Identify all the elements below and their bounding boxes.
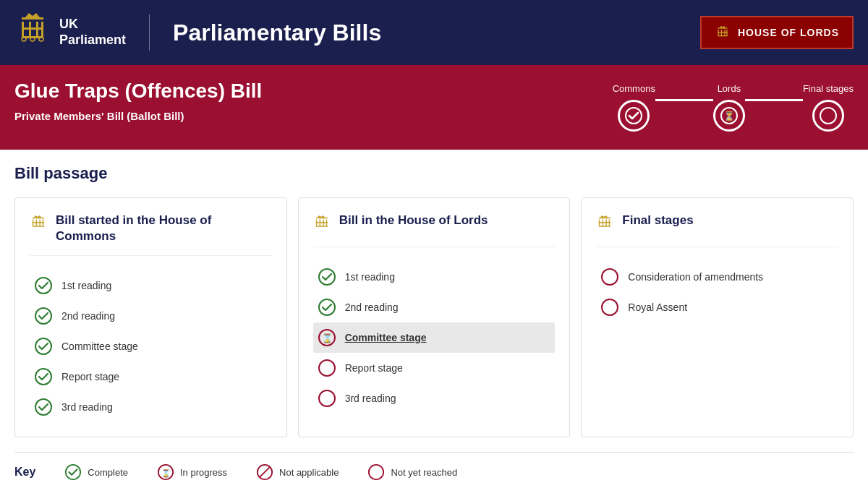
svg-rect-12 <box>718 27 727 28</box>
card-lords: Bill in the House of Lords 1st reading 2… <box>298 197 571 437</box>
bill-type: Private Members' Bill (Ballot Bill) <box>14 110 613 122</box>
bills-title: Parliamentary Bills <box>173 20 381 46</box>
progress-label-lords: Lords <box>718 83 741 94</box>
stage-label-active: Committee stage <box>345 332 427 343</box>
lords-emblem-icon <box>313 214 331 231</box>
complete-check-icon <box>625 107 642 124</box>
bill-info: Glue Traps (Offences) Bill Private Membe… <box>14 80 613 122</box>
svg-point-49 <box>319 360 335 376</box>
not-reached-icon <box>600 298 619 317</box>
key-item-complete: Complete <box>64 463 128 481</box>
progress-label-final: Final stages <box>803 83 854 94</box>
svg-point-36 <box>35 399 51 415</box>
house-of-lords-badge[interactable]: HOUSE OF LORDS <box>700 16 854 49</box>
complete-icon <box>34 276 53 295</box>
key-item-not-reached: Not yet reached <box>367 463 457 481</box>
key-not-reached-label: Not yet reached <box>391 467 457 478</box>
svg-point-35 <box>35 369 51 385</box>
svg-point-50 <box>319 390 335 406</box>
progress-circle-final <box>812 100 844 132</box>
svg-point-45 <box>319 269 335 285</box>
header-divider <box>149 14 150 51</box>
progress-circle-commons <box>618 100 650 132</box>
complete-icon <box>34 307 53 325</box>
card-commons-title: Bill started in the House of Commons <box>56 213 272 244</box>
stage-item: Report stage <box>313 353 556 383</box>
stage-item: 3rd reading <box>313 383 556 414</box>
bill-header: Glue Traps (Offences) Bill Private Membe… <box>0 65 868 150</box>
svg-rect-24 <box>33 218 44 218</box>
key-complete-label: Complete <box>88 467 128 478</box>
key-not-applicable-icon <box>256 463 273 481</box>
svg-rect-17 <box>718 32 727 33</box>
key-in-progress-label: In progress <box>180 467 227 478</box>
svg-rect-1 <box>22 17 43 20</box>
stage-item: Consideration of amendments <box>596 262 838 292</box>
complete-icon <box>318 267 336 286</box>
svg-marker-58 <box>600 215 608 218</box>
stage-label: Report stage <box>61 371 119 382</box>
stage-item: 3rd reading <box>30 392 272 422</box>
key-section: Key Complete ⌛ In progress Not applicabl… <box>14 452 854 481</box>
svg-rect-57 <box>599 226 610 226</box>
svg-line-65 <box>260 468 270 477</box>
stage-label: 2nd reading <box>345 301 399 313</box>
svg-marker-11 <box>25 13 40 17</box>
stage-item: 1st reading <box>30 270 272 301</box>
not-reached-icon <box>318 389 336 408</box>
house-of-lords-text: HOUSE OF LORDS <box>738 27 839 38</box>
stage-item: Royal Assent <box>596 292 838 322</box>
card-final-header: Final stages <box>596 213 838 247</box>
svg-point-32 <box>35 278 51 294</box>
svg-point-59 <box>602 269 618 285</box>
progress-line-2 <box>745 99 803 101</box>
not-reached-circle-icon <box>820 107 837 124</box>
parliament-text-line2: Parliament <box>59 33 126 48</box>
svg-rect-56 <box>599 222 610 223</box>
stage-item-active[interactable]: ⌛ Committee stage <box>313 322 556 353</box>
svg-text:⌛: ⌛ <box>321 333 332 343</box>
card-commons: Bill started in the House of Commons 1st… <box>14 197 287 437</box>
svg-point-46 <box>319 299 335 315</box>
key-item-not-applicable: Not applicable <box>256 463 339 481</box>
stage-label: 2nd reading <box>61 310 115 322</box>
svg-rect-51 <box>599 218 610 218</box>
not-reached-icon <box>318 359 336 377</box>
card-lords-header: Bill in the House of Lords <box>313 213 556 247</box>
svg-point-33 <box>35 308 51 324</box>
svg-point-23 <box>820 108 836 124</box>
stage-item: Committee stage <box>30 331 272 361</box>
card-crown-final <box>596 214 613 236</box>
top-header: UK Parliament Parliamentary Bills HOUSE … <box>0 0 868 65</box>
stage-label: 3rd reading <box>345 393 396 404</box>
progress-label-commons: Commons <box>613 83 655 94</box>
card-lords-title: Bill in the House of Lords <box>339 213 488 228</box>
in-progress-icon: ⌛ <box>318 328 336 347</box>
complete-icon <box>318 298 336 317</box>
card-crown-commons <box>30 214 47 236</box>
commons-emblem-icon <box>30 214 47 231</box>
final-emblem-icon <box>596 214 613 231</box>
card-final: Final stages Consideration of amendments… <box>581 197 854 437</box>
bill-passage-section: Bill passage Bill started <box>0 150 868 488</box>
key-not-applicable-label: Not applicable <box>279 467 339 478</box>
card-final-title: Final stages <box>622 213 693 228</box>
parliament-name: UK Parliament <box>59 17 126 48</box>
stage-cards-container: Bill started in the House of Commons 1st… <box>14 197 854 437</box>
key-in-progress-icon: ⌛ <box>157 463 174 481</box>
complete-icon <box>34 337 53 356</box>
in-progress-hourglass-icon: ⏳ <box>720 107 738 124</box>
progress-stage-final: Final stages <box>803 83 854 132</box>
bill-passage-title: Bill passage <box>14 164 854 183</box>
svg-point-61 <box>66 465 80 479</box>
progress-line-1 <box>655 99 713 101</box>
complete-icon <box>34 398 53 416</box>
card-commons-header: Bill started in the House of Commons <box>30 213 272 256</box>
svg-marker-19 <box>720 26 726 28</box>
svg-rect-37 <box>316 218 328 218</box>
stage-label: Consideration of amendments <box>628 271 763 283</box>
parliament-emblem <box>14 12 51 53</box>
card-crown-lords <box>313 214 331 236</box>
key-label: Key <box>14 466 35 479</box>
bill-progress-tracker: Commons Lords ⏳ Final stages <box>613 80 854 132</box>
